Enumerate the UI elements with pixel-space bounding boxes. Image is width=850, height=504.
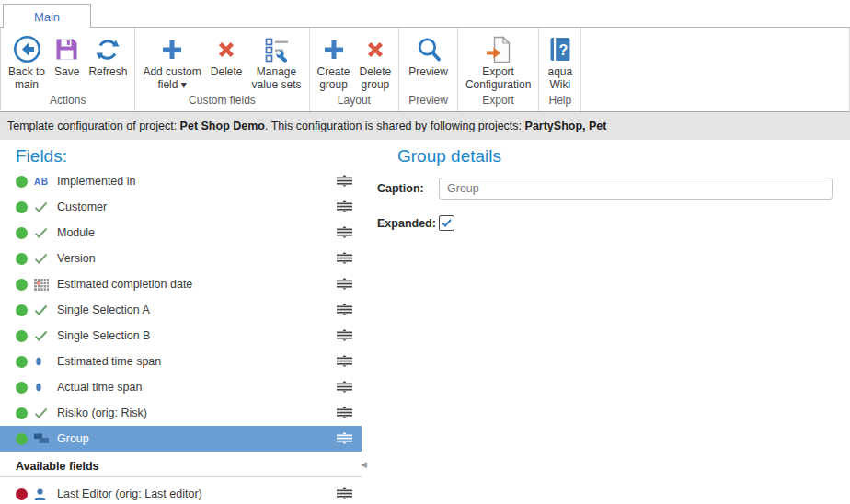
field-row-estimated-completion-date[interactable]: Estimated completion date [0, 271, 362, 297]
field-label: Single Selection B [57, 329, 337, 342]
preview-button[interactable]: Preview [404, 28, 453, 93]
reorder-handle-icon[interactable] [337, 487, 352, 500]
reorder-handle-icon[interactable] [337, 355, 352, 368]
preview-label: Preview [408, 66, 448, 92]
reorder-handle-icon[interactable] [337, 226, 352, 239]
save-button[interactable]: Save [50, 28, 84, 93]
fields-panel: Fields: AB Implemented in Customer [0, 140, 368, 504]
delete-button[interactable]: Delete [206, 28, 247, 93]
checkmark-icon [34, 253, 54, 264]
back-to-main-button[interactable]: Back to main [4, 28, 50, 93]
refresh-label: Refresh [88, 66, 127, 92]
tab-main[interactable]: Main [3, 4, 91, 29]
field-row-estimated-time-span[interactable]: Estimated time span [0, 349, 362, 374]
checkmark-icon [34, 304, 54, 315]
create-group-button[interactable]: Create group [313, 28, 355, 93]
create-group-label: Create group [317, 66, 350, 92]
panel-collapse-arrow-icon[interactable]: ◀ [361, 461, 367, 469]
timespan-icon [34, 382, 54, 393]
reorder-handle-icon[interactable] [337, 278, 352, 291]
group-label-custom-fields: Custom fields [135, 93, 308, 111]
ribbon-group-custom-fields: Add custom field ▾ Delete [135, 28, 309, 111]
reorder-handle-icon[interactable] [337, 200, 352, 213]
caption-label: Caption: [377, 182, 439, 195]
reorder-handle-icon[interactable] [337, 304, 352, 316]
status-dot-green [16, 201, 28, 213]
export-document-icon [484, 32, 513, 66]
aqua-wiki-button[interactable]: ? aqua Wiki [542, 28, 578, 93]
field-label: Customer [57, 200, 337, 213]
field-row-actual-time-span[interactable]: Actual time span [0, 374, 362, 400]
checkmark-icon [34, 407, 54, 418]
reorder-handle-icon[interactable] [337, 432, 352, 445]
delete-group-button[interactable]: Delete group [355, 28, 396, 93]
export-configuration-label: Export Configuration [465, 66, 531, 92]
status-dot-red [16, 488, 28, 500]
status-dot-green [16, 382, 28, 394]
text-field-icon: AB [34, 177, 54, 187]
checkmark-icon [34, 330, 54, 341]
status-dot-green [16, 176, 28, 188]
field-row-implemented-in[interactable]: AB Implemented in [0, 168, 362, 194]
field-label: Estimated completion date [57, 278, 337, 291]
magnifier-icon [415, 32, 442, 66]
field-label: Actual time span [57, 381, 337, 394]
reorder-handle-icon[interactable] [337, 252, 352, 265]
checkmark-icon [442, 219, 452, 227]
group-details-panel: Group details Caption: Expanded: [368, 140, 850, 504]
ribbon-tab-strip: Main [0, 0, 850, 28]
status-dot-green [16, 356, 28, 368]
group-label-export: Export [458, 93, 538, 111]
wiki-book-icon: ? [546, 32, 573, 66]
reorder-handle-icon[interactable] [337, 329, 352, 342]
shared-projects: PartyShop, Pet [525, 120, 607, 132]
delete-label: Delete [211, 66, 243, 92]
add-custom-field-button[interactable]: Add custom field ▾ [138, 28, 205, 93]
reorder-handle-icon[interactable] [337, 407, 352, 419]
field-row-risiko[interactable]: Risiko (orig: Risk) [0, 400, 362, 426]
save-label: Save [54, 66, 79, 92]
field-row-version[interactable]: Version [0, 246, 362, 271]
available-fields-header: Available fields [0, 455, 362, 477]
ribbon-group-export: Export Configuration Export [458, 28, 539, 111]
status-dot-green [16, 407, 28, 419]
red-x-icon [214, 32, 238, 66]
ribbon-group-actions: Back to main Save [1, 28, 135, 111]
field-label: Estimated time span [57, 355, 337, 368]
reorder-handle-icon[interactable] [337, 381, 352, 394]
refresh-arrows-icon [94, 32, 121, 66]
ribbon-empty-space [581, 28, 849, 111]
svg-text:?: ? [559, 42, 569, 58]
field-row-group-selected[interactable]: Group [0, 426, 362, 452]
status-dot-green [16, 253, 28, 265]
group-label-preview: Preview [399, 93, 457, 111]
expanded-checkbox[interactable] [439, 215, 454, 231]
reorder-handle-icon[interactable] [337, 175, 352, 188]
field-label: Risiko (orig: Risk) [57, 407, 337, 419]
manage-value-sets-button[interactable]: Manage value sets [247, 28, 305, 93]
timespan-icon [34, 356, 54, 367]
tab-main-label: Main [34, 10, 60, 24]
status-dot-green [16, 304, 28, 316]
field-label: Single Selection A [57, 304, 337, 316]
field-row-single-selection-a[interactable]: Single Selection A [0, 297, 362, 323]
back-arrow-circle-icon [13, 32, 41, 66]
field-row-customer[interactable]: Customer [0, 194, 362, 220]
template-config-infobar: Template configuration of project: Pet S… [0, 112, 850, 140]
field-row-module[interactable]: Module [0, 220, 362, 246]
export-configuration-button[interactable]: Export Configuration [461, 28, 535, 93]
expanded-row: Expanded: [377, 215, 833, 231]
aqua-wiki-label: aqua Wiki [547, 66, 572, 92]
refresh-button[interactable]: Refresh [84, 28, 132, 93]
field-row-single-selection-b[interactable]: Single Selection B [0, 323, 362, 349]
field-label: Group [57, 432, 337, 445]
manage-value-sets-label: Manage value sets [251, 66, 301, 92]
field-row-last-editor[interactable]: Last Editor (orig: Last editor) [0, 481, 362, 504]
ribbon-group-layout: Create group Delete group Layout [310, 28, 400, 111]
calendar-icon [34, 279, 54, 291]
caption-input[interactable] [439, 178, 833, 200]
group-details-title: Group details [397, 146, 833, 166]
ribbon-group-preview: Preview Preview [399, 28, 458, 111]
checkmark-icon [34, 201, 54, 212]
field-label: Last Editor (orig: Last editor) [57, 487, 337, 500]
